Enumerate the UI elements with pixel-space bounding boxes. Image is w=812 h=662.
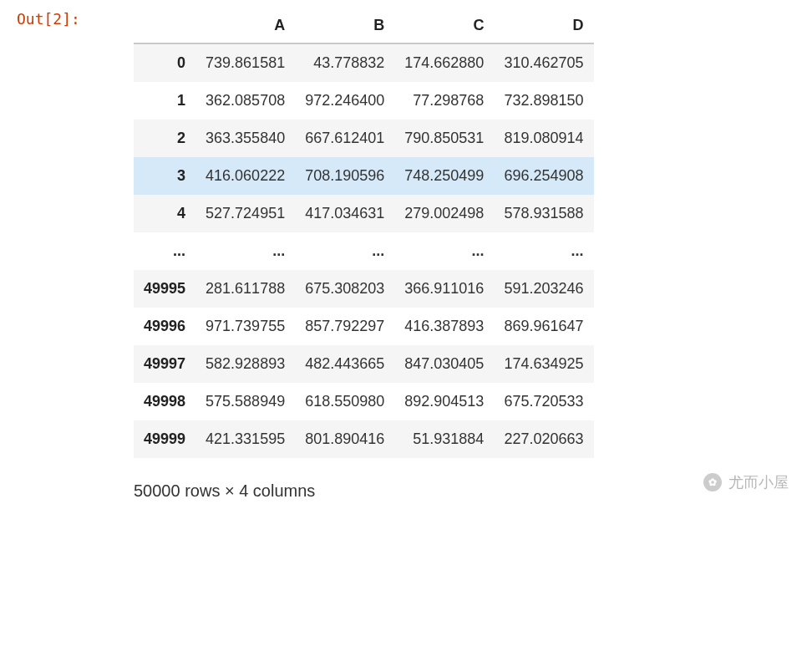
cell: 739.861581: [195, 43, 295, 82]
table-body: 0739.86158143.778832174.662880310.462705…: [134, 43, 594, 458]
cell: 417.034631: [295, 195, 394, 232]
cell: 279.002498: [394, 195, 494, 232]
row-index: ...: [134, 232, 195, 270]
watermark-text: 尤而小屋: [728, 472, 789, 492]
cell: 708.190596: [295, 157, 394, 195]
dataframe-output: A B C D 0739.86158143.778832174.66288031…: [117, 8, 795, 501]
index-header-blank: [134, 8, 195, 43]
row-index: 3: [134, 157, 195, 195]
cell: 527.724951: [195, 195, 295, 232]
cell: 732.898150: [494, 82, 593, 120]
output-cell: Out[2]: A B C D 0739.86158143.778832174.…: [17, 8, 795, 501]
row-index: 49995: [134, 270, 195, 308]
cell: 582.928893: [195, 345, 295, 383]
col-header: A: [195, 8, 295, 43]
row-index: 2: [134, 120, 195, 157]
cell: 618.550980: [295, 383, 394, 420]
cell: ...: [394, 232, 494, 270]
header-row: A B C D: [134, 8, 594, 43]
cell: 310.462705: [494, 43, 593, 82]
cell: 281.611788: [195, 270, 295, 308]
table-row: 49999421.331595801.89041651.931884227.02…: [134, 420, 594, 458]
row-index: 4: [134, 195, 195, 232]
row-index: 0: [134, 43, 195, 82]
cell: 667.612401: [295, 120, 394, 157]
row-index: 49996: [134, 308, 195, 345]
cell: 227.020663: [494, 420, 593, 458]
cell: ...: [295, 232, 394, 270]
table-row: 0739.86158143.778832174.662880310.462705: [134, 43, 594, 82]
cell: 77.298768: [394, 82, 494, 120]
watermark: ✿ 尤而小屋: [703, 472, 789, 492]
table-row: 3416.060222708.190596748.250499696.25490…: [134, 157, 594, 195]
table-row: 1362.085708972.24640077.298768732.898150: [134, 82, 594, 120]
row-index: 49997: [134, 345, 195, 383]
cell: 421.331595: [195, 420, 295, 458]
table-row: 4527.724951417.034631279.002498578.93158…: [134, 195, 594, 232]
dataframe-table: A B C D 0739.86158143.778832174.66288031…: [134, 8, 594, 458]
cell: 578.931588: [494, 195, 593, 232]
cell: 362.085708: [195, 82, 295, 120]
cell: 748.250499: [394, 157, 494, 195]
col-header: C: [394, 8, 494, 43]
cell: 972.246400: [295, 82, 394, 120]
table-row: 49995281.611788675.308203366.911016591.2…: [134, 270, 594, 308]
cell: 696.254908: [494, 157, 593, 195]
cell: 575.588949: [195, 383, 295, 420]
cell: 43.778832: [295, 43, 394, 82]
col-header: B: [295, 8, 394, 43]
cell: 892.904513: [394, 383, 494, 420]
cell: 174.662880: [394, 43, 494, 82]
cell: 51.931884: [394, 420, 494, 458]
output-prompt: Out[2]:: [17, 8, 117, 28]
cell: 591.203246: [494, 270, 593, 308]
cell: 416.060222: [195, 157, 295, 195]
cell: 869.961647: [494, 308, 593, 345]
table-row: 49998575.588949618.550980892.904513675.7…: [134, 383, 594, 420]
cell: 847.030405: [394, 345, 494, 383]
dataframe-shape: 50000 rows × 4 columns: [134, 481, 795, 501]
cell: 174.634925: [494, 345, 593, 383]
cell: 675.720533: [494, 383, 593, 420]
cell: 482.443665: [295, 345, 394, 383]
cell: 366.911016: [394, 270, 494, 308]
cell: ...: [195, 232, 295, 270]
row-index: 49999: [134, 420, 195, 458]
row-index: 1: [134, 82, 195, 120]
wechat-icon: ✿: [703, 473, 722, 491]
col-header: D: [494, 8, 593, 43]
row-index: 49998: [134, 383, 195, 420]
cell: 801.890416: [295, 420, 394, 458]
cell: 971.739755: [195, 308, 295, 345]
cell: 857.792297: [295, 308, 394, 345]
cell: 363.355840: [195, 120, 295, 157]
table-row: 49996971.739755857.792297416.387893869.9…: [134, 308, 594, 345]
table-row: ...............: [134, 232, 594, 270]
table-row: 2363.355840667.612401790.850531819.08091…: [134, 120, 594, 157]
cell: ...: [494, 232, 593, 270]
cell: 416.387893: [394, 308, 494, 345]
cell: 819.080914: [494, 120, 593, 157]
cell: 790.850531: [394, 120, 494, 157]
cell: 675.308203: [295, 270, 394, 308]
table-row: 49997582.928893482.443665847.030405174.6…: [134, 345, 594, 383]
